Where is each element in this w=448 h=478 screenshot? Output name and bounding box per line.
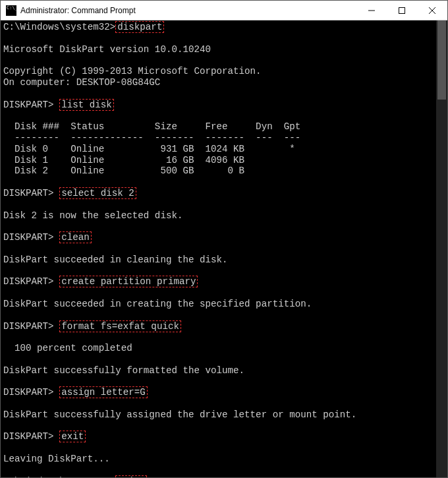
prompt: C:\Windows\system32> [3,476,115,477]
highlight-diskpart: diskpart [115,21,164,33]
highlight-exit: exit [59,431,86,442]
prompt: DISKPART> [3,188,59,198]
output-line: DiskPart succeeded in cleaning the disk. [3,254,228,265]
highlight-clean: clean [59,231,92,243]
command-prompt-window: Administrator: Command Prompt C:\Windows… [0,0,448,478]
prompt: DISKPART> [3,100,59,110]
prompt: DISKPART> [3,232,59,243]
highlight-exit-cmd: exit [115,475,147,477]
highlight-assign-letter: assign letter=G [59,386,148,398]
maximize-button[interactable] [387,1,417,20]
cmd-icon [6,5,16,16]
highlight-create-partition: create partition primary [59,276,198,287]
terminal-output[interactable]: C:\Windows\system32>diskpart Microsoft D… [1,20,436,477]
svg-rect-0 [399,7,405,13]
output-line: Disk 2 is now the selected disk. [3,210,182,221]
output-line: DiskPart successfully assigned the drive… [3,409,356,420]
highlight-format: format fs=exfat quick [59,320,181,332]
output-line: 100 percent completed [3,343,132,353]
minimize-button[interactable] [356,1,387,20]
output-line: Copyright (C) 1999-2013 Microsoft Corpor… [3,66,262,76]
output-line: Leaving DiskPart... [3,454,110,464]
scrollbar[interactable] [436,20,447,477]
highlight-select-disk: select disk 2 [59,187,136,199]
output-line: DiskPart successfully formatted the volu… [3,365,244,376]
table-header: Disk ### Status Size Free Dyn Gpt [3,121,300,132]
table-row: Disk 0 Online 931 GB 1024 KB * [3,144,295,154]
prompt: DISKPART> [3,276,59,287]
prompt: C:\Windows\system32> [3,22,115,32]
scrollbar-thumb[interactable] [437,20,446,100]
window-controls [356,1,447,20]
close-button[interactable] [417,1,447,20]
table-row: Disk 1 Online 16 GB 4096 KB [3,155,244,165]
window-title: Administrator: Command Prompt [20,6,356,15]
output-line: On computer: DESKTOP-08G84GC [3,77,160,88]
terminal-area: C:\Windows\system32>diskpart Microsoft D… [1,20,447,477]
output-line: Microsoft DiskPart version 10.0.10240 [3,44,211,55]
highlight-list-disk: list disk [59,99,114,111]
table-separator: -------- ------------- ------- ------- -… [3,133,300,143]
titlebar: Administrator: Command Prompt [1,1,447,20]
prompt: DISKPART> [3,431,59,442]
output-line: DiskPart succeeded in creating the speci… [3,299,312,309]
exit-text: exit [117,476,140,477]
table-row: Disk 2 Online 500 GB 0 B [3,165,244,176]
prompt: DISKPART> [3,321,59,332]
prompt: DISKPART> [3,387,59,398]
